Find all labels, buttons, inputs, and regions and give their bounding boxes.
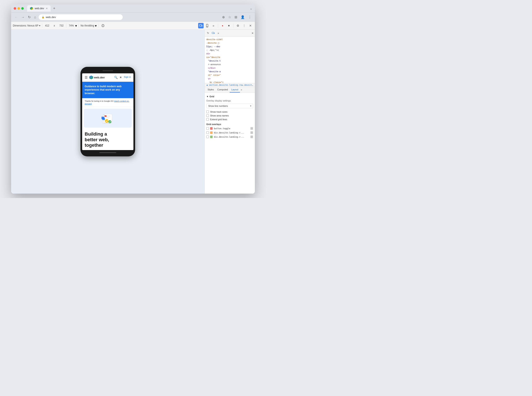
toolbar-separator-4 [98,23,98,28]
settings-button[interactable]: ⚙ [235,23,241,28]
overlay-grid-icon-3[interactable] [250,135,253,138]
dimensions-arrow: ▾ [39,24,40,27]
close-devtools-button[interactable]: ✕ [248,23,253,28]
dimensions-label: Dimensions: Nexus 6P [13,24,38,27]
more-panel-icon[interactable]: » [216,31,221,35]
grid-label: Grid [209,95,214,98]
svg-rect-13 [102,117,105,120]
overlay-row-div-landing-2: div.devsite-landing-r... [206,135,253,139]
close-record-btn[interactable]: ● [220,23,225,28]
profile-button[interactable]: 👤 [240,14,246,20]
tab-more[interactable]: » [240,87,243,93]
layout-panel: ▼ Grid Overlay display settings Show lin… [205,93,255,194]
overlay-grid-icon-1[interactable] [250,127,253,130]
responsive-toggle[interactable] [198,23,204,28]
html-line: v> [205,77,255,81]
tab-computed[interactable]: Computed [216,87,230,93]
panel-close[interactable]: ✕ [252,32,254,35]
devtools-panel: » ✕ devsite-sidel -devsite-j: 51px; --de… [204,30,255,194]
stop-btn[interactable]: ■ [226,23,231,28]
extend-grid-lines-row: Extend grid lines [206,117,253,121]
html-tree[interactable]: devsite-sidel -devsite-j: 51px; --dev : … [205,37,255,83]
address-bar: ← → ↻ ⌂ 🔒 web.dev ⊕ ☆ ⊞ 👤 ⋮ [11,12,255,22]
extend-grid-lines-checkbox[interactable] [206,118,209,121]
phone-notice: Thanks for tuning in to Google I/O! Watc… [82,98,133,107]
grid-section-header[interactable]: ▼ Grid [206,94,253,99]
minimize-traffic-light[interactable] [17,7,20,10]
address-input[interactable]: 🔒 web.dev [39,14,123,20]
overlay-checkbox-1[interactable] [206,127,209,130]
html-line: nt" role=" [205,73,255,77]
html-line: ss="devsite [205,55,255,59]
phone-hero-title: Guidance to build modern web experiences… [85,85,131,95]
show-area-names-checkbox[interactable] [206,114,209,117]
viewport-width[interactable]: 412 [44,24,50,27]
show-track-sizes-label: Show track sizes [210,111,228,113]
tab-close-button[interactable]: ✕ [46,7,48,10]
close-traffic-light[interactable] [14,7,16,10]
svg-rect-19 [214,33,214,34]
svg-rect-2 [199,25,202,26]
zoom-level[interactable]: 74% [68,24,74,27]
forward-button[interactable]: → [20,15,25,20]
phone-sun-icon: ☀ [119,76,122,79]
dimensions-selector[interactable]: Dimensions: Nexus 6P ▾ [13,24,40,27]
throttle-setting[interactable]: No throttling [81,24,94,27]
window-chevron[interactable]: ⌄ [250,7,252,10]
more-devtools-options[interactable]: » [211,23,216,28]
svg-rect-22 [251,129,252,129]
phone-logo: web.dev [89,76,105,79]
share-button[interactable]: ⊕ [221,14,226,20]
active-tab[interactable]: web.dev ✕ [27,5,51,12]
line-numbers-dropdown[interactable]: Show line numbers ▾ [206,104,253,108]
maximize-traffic-light[interactable] [21,7,24,10]
webdev-logo-icon [89,76,93,79]
tab-favicon [30,7,33,10]
toolbar-separator-1 [42,23,42,28]
tab-area: web.dev ✕ + [27,5,248,12]
bookmark-button[interactable]: ☆ [227,14,232,20]
phone-menu-icon: ☰ [85,76,88,79]
extend-grid-lines-label: Extend grid lines [210,118,227,121]
tab-styles[interactable]: Styles [206,87,216,93]
html-line: </div> [205,66,255,70]
new-tab-button[interactable]: + [52,6,57,11]
phone-sign-in: Sign in [124,76,131,79]
home-button[interactable]: ⌂ [33,15,37,20]
show-track-sizes-row: Show track sizes [206,110,253,114]
devtools-more-button[interactable]: ⋮ [241,23,247,28]
tab-label: web.dev [35,7,44,10]
overlay-grid-icon-2[interactable] [250,131,253,134]
back-button[interactable]: ← [14,15,19,20]
html-line: 51px; --dev [205,45,255,48]
svg-rect-23 [252,129,253,129]
phone-container: ☰ web.dev 🔍 ☀ Sign in [81,30,135,194]
reload-button[interactable]: ↻ [27,14,32,20]
viewport-height[interactable]: 732 [58,24,64,27]
grid-arrow-icon: ▼ [206,95,209,98]
browser-menu-button[interactable]: ⋮ [247,14,252,20]
html-line: "devsite-t [205,59,255,63]
extensions-button[interactable]: ⊞ [234,14,238,20]
no-throttle-icon[interactable] [100,23,106,28]
svg-rect-30 [251,137,252,138]
tab-layout[interactable]: Layout [230,87,240,93]
zoom-arrow: ▾ [75,24,77,28]
overlay-checkbox-2[interactable] [206,131,209,134]
breadcrumb[interactable]: ◀ section.devsite-landing-row.devsite ▶ [205,83,255,87]
phone-nav-actions: 🔍 ☀ Sign in [114,76,131,79]
device-mode-icon[interactable] [211,31,216,35]
inspect-element-icon[interactable] [206,31,211,35]
show-track-sizes-checkbox[interactable] [206,111,209,113]
svg-rect-31 [252,137,253,138]
device-toolbar-toggle[interactable] [204,23,210,28]
toolbar-separator-2 [66,23,66,28]
main-content: ☰ web.dev 🔍 ☀ Sign in [11,30,255,194]
svg-point-16 [108,120,111,123]
overlay-settings-header: Overlay display settings [206,99,253,103]
html-line: devsite-sidel [205,38,255,41]
styles-tabs: Styles Computed Layout » [205,87,255,93]
overlay-row-div-landing-1: div.devsite-landing-r... [206,131,253,135]
phone-screen: ☰ web.dev 🔍 ☀ Sign in [82,73,133,150]
overlay-checkbox-3[interactable] [206,136,209,138]
